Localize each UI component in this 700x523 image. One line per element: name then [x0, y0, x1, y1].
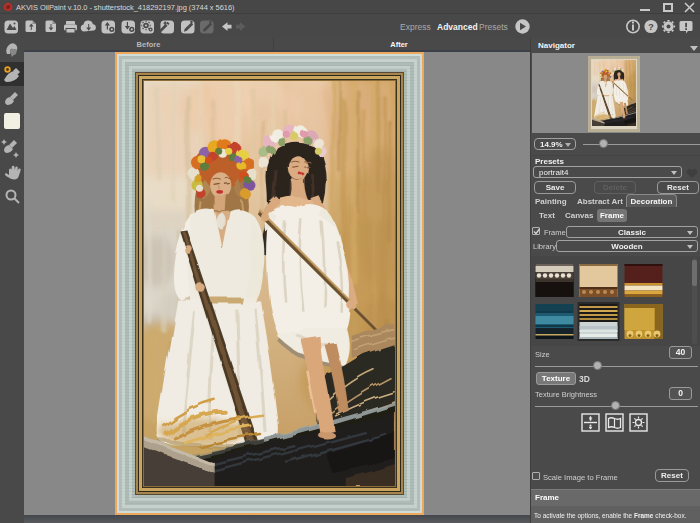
- svg-text:?: ?: [648, 21, 654, 32]
